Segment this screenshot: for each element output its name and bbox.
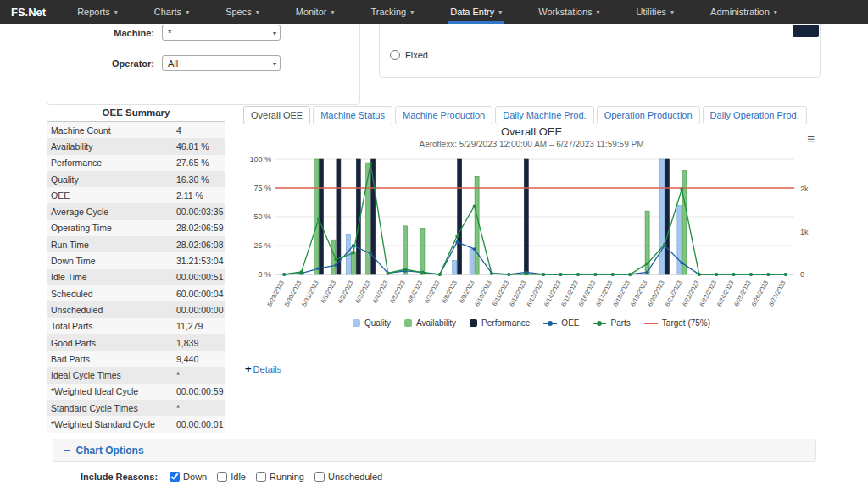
include-reasons-label: Include Reasons: <box>81 472 158 482</box>
row-label: Ideal Cycle Times <box>47 370 174 380</box>
legend-item-availability[interactable]: Availability <box>404 318 456 328</box>
chevron-down-icon <box>597 8 600 16</box>
machine-select[interactable]: * <box>162 25 281 41</box>
chart-marker-parts <box>317 218 320 221</box>
row-label: Run Time <box>47 240 174 250</box>
nav-item[interactable]: Monitor <box>293 0 337 24</box>
reason-checkbox-group: Down Idle Running Unscheduled <box>170 472 382 482</box>
fixed-radio[interactable] <box>390 50 400 60</box>
nav-item[interactable]: Utilities <box>634 0 676 24</box>
chart-tab[interactable]: Daily Operation Prod. <box>703 106 807 124</box>
chart-marker-parts <box>300 270 303 274</box>
nav-item[interactable]: Reports <box>75 0 120 24</box>
chart-tab[interactable]: Machine Production <box>395 106 492 124</box>
x-axis-label: 6/5/2023 <box>388 279 407 305</box>
nav-item-label: Administration <box>710 7 770 17</box>
nav-item-label: Charts <box>154 7 181 17</box>
chart-tab[interactable]: Daily Machine Prod. <box>495 106 593 124</box>
plus-icon: + <box>245 362 252 375</box>
nav-item[interactable]: Specs <box>223 0 262 24</box>
x-axis-label: 6/8/2023 <box>440 279 459 305</box>
chart-title: Overall OEE <box>243 125 820 138</box>
tab-label: Daily Machine Prod. <box>503 110 586 120</box>
chart-subtitle: Aeroflexx: 5/29/2023 12:00:00 AM – 6/27/… <box>243 140 820 149</box>
nav-item[interactable]: Data Entry <box>448 0 504 24</box>
chart-tab[interactable]: Overall OEE <box>243 106 310 124</box>
reason-checkbox-item[interactable]: Unscheduled <box>314 472 382 482</box>
legend-item-target[interactable]: Target (75%) <box>644 318 710 328</box>
table-row: Bad Parts 9,440 <box>47 351 225 367</box>
fixed-radio-label: Fixed <box>405 50 428 60</box>
chart-marker-parts <box>576 273 580 276</box>
chart-menu-icon[interactable]: ≡ <box>807 132 815 145</box>
operator-select-value: All <box>168 58 178 69</box>
nav-item[interactable]: Tracking <box>368 0 416 24</box>
chart-marker-parts <box>387 272 390 275</box>
row-value: 28.02:06:08 <box>174 240 225 250</box>
table-row: Ideal Cycle Times * <box>47 367 225 383</box>
reason-label: Unscheduled <box>328 472 382 482</box>
x-axis-label: 6/1/2023 <box>320 279 338 305</box>
table-row: Availability 46.81 % <box>47 138 225 154</box>
row-value: 4 <box>174 125 225 135</box>
app-brand[interactable]: FS.Net <box>11 6 46 19</box>
row-value: 28.02:06:59 <box>174 223 225 233</box>
table-row: Operating Time 28.02:06:59 <box>47 220 225 236</box>
row-label: Availability <box>47 141 174 152</box>
row-value: 00.00:00:59 <box>174 386 225 396</box>
row-value: 00.00:03:35 <box>174 207 225 217</box>
chart-marker-parts <box>490 272 493 275</box>
chart-tab[interactable]: Machine Status <box>313 106 392 124</box>
row-label: Standard Cycle Times <box>47 403 174 413</box>
reason-checkbox-item[interactable]: Running <box>256 472 304 482</box>
reason-checkbox[interactable] <box>217 472 227 482</box>
chart-options-header[interactable]: − Chart Options <box>53 439 816 462</box>
chart-marker-parts <box>438 273 442 276</box>
operator-select[interactable]: All <box>162 55 281 71</box>
chevron-down-icon <box>273 60 276 68</box>
table-row: Quality 16.30 % <box>47 171 225 187</box>
row-label: Bad Parts <box>47 354 174 364</box>
nav-item[interactable]: Administration <box>708 0 780 24</box>
legend-item-performance[interactable]: Performance <box>470 318 530 328</box>
table-row: Unscheduled 00.00:00:00 <box>47 301 225 318</box>
nav-item[interactable]: Workstations <box>536 0 602 24</box>
x-axis-label: 6/4/2023 <box>371 279 390 305</box>
chart-marker-parts <box>525 273 528 276</box>
include-reasons-row: Include Reasons: Down Idle Running Unsch… <box>81 472 382 482</box>
chart-tab[interactable]: Operation Production <box>597 106 700 124</box>
chart-bar-performance <box>524 159 528 274</box>
table-row: Machine Count 4 <box>47 122 225 138</box>
legend-marker <box>353 319 360 327</box>
machine-select-value: * <box>168 28 171 38</box>
table-row: *Weighted Standard Cycle 00.00:00:01 <box>47 416 225 432</box>
legend-item-quality[interactable]: Quality <box>353 318 391 328</box>
legend-item-parts[interactable]: Parts <box>593 318 630 328</box>
legend-marker <box>593 323 606 324</box>
reason-checkbox[interactable] <box>314 472 325 482</box>
fixed-radio-row[interactable]: Fixed <box>390 50 428 60</box>
reason-checkbox-item[interactable]: Down <box>170 472 207 482</box>
chart-marker-oee <box>681 262 684 265</box>
row-label: Operating Time <box>47 223 174 233</box>
details-link[interactable]: + Details <box>245 362 281 375</box>
chart-bar-quality <box>453 261 457 274</box>
top-navbar: FS.Net Reports Charts Specs Monitor <box>0 0 868 24</box>
reason-checkbox[interactable] <box>170 472 180 482</box>
left-axis-tick: 75 % <box>253 184 271 192</box>
x-axis-label: 6/2/2023 <box>337 279 355 305</box>
chart-marker-parts <box>767 273 771 276</box>
chart-marker-oee <box>369 252 372 256</box>
nav-item-label: Reports <box>77 7 110 17</box>
chart-marker-parts <box>335 257 338 261</box>
x-axis-label: 6/6/2023 <box>406 279 425 305</box>
legend-item-oee[interactable]: OEE <box>543 318 579 328</box>
chart-bar-quality <box>660 159 665 274</box>
reason-checkbox[interactable] <box>256 472 266 482</box>
chart-bar-performance <box>320 159 324 274</box>
chart-marker-parts <box>784 273 787 276</box>
chart-marker-parts <box>663 243 666 246</box>
reason-checkbox-item[interactable]: Idle <box>217 472 246 482</box>
collapsed-button[interactable] <box>793 25 819 37</box>
nav-item[interactable]: Charts <box>152 0 192 24</box>
